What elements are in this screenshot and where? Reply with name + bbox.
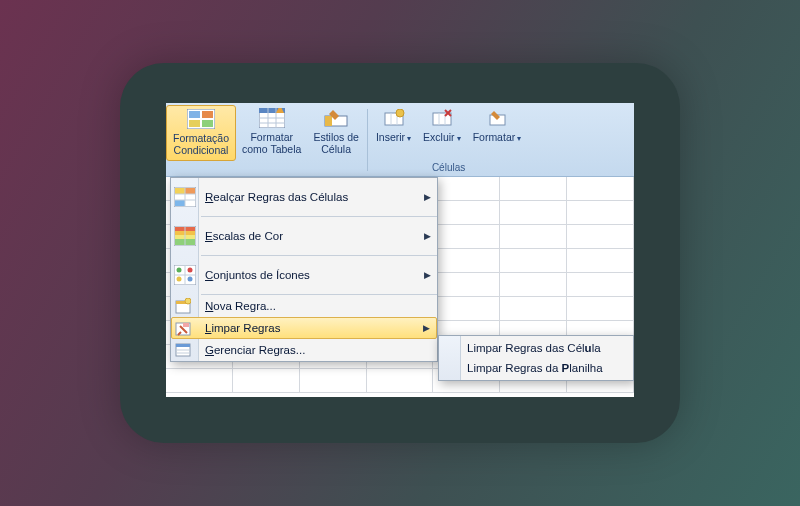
insert-icon: [379, 107, 409, 129]
conditional-formatting-menu: Realçar Regras das Células ▶ Escalas de …: [170, 177, 438, 362]
svg-point-37: [177, 268, 182, 273]
insert-button[interactable]: Inserir▾: [370, 105, 417, 161]
highlight-cells-label: ealçar Regras das Células: [213, 191, 348, 203]
manage-rules-icon: [174, 341, 192, 359]
svg-rect-1: [189, 111, 200, 118]
dropdown-arrow-icon: ▾: [517, 134, 521, 143]
highlight-cells-rules-item[interactable]: Realçar Regras das Células ▶: [171, 178, 437, 216]
submenu-arrow-icon: ▶: [424, 231, 431, 241]
ribbon-separator: [367, 109, 368, 171]
format-as-table-label: Formatar como Tabela: [242, 131, 301, 155]
clear-rules-item[interactable]: Limpar Regras ▶: [171, 317, 437, 339]
device-frame: Formatação Condicional Formatar como Tab…: [120, 63, 680, 443]
dropdown-arrow-icon: ▾: [407, 134, 411, 143]
svg-point-38: [177, 277, 182, 282]
conditional-formatting-icon: [186, 108, 216, 130]
svg-rect-12: [325, 116, 332, 126]
format-button[interactable]: Formatar▾: [467, 105, 528, 161]
svg-point-45: [185, 298, 191, 304]
dropdown-arrow-icon: ▾: [457, 134, 461, 143]
svg-rect-47: [183, 323, 189, 327]
clear-rules-selected-cells-item[interactable]: Limpar Regras das Célula: [439, 338, 633, 358]
submenu-arrow-icon: ▶: [424, 270, 431, 280]
manage-rules-label: erenciar Regras...: [214, 344, 305, 356]
color-scales-icon: [174, 225, 196, 247]
cell-styles-button[interactable]: Estilos de Célula: [307, 105, 365, 161]
new-rule-icon: [174, 297, 192, 315]
submenu-arrow-icon: ▶: [423, 323, 430, 333]
svg-rect-24: [175, 188, 185, 194]
clear-rules-submenu: Limpar Regras das Célula Limpar Regras d…: [438, 335, 634, 381]
svg-rect-25: [185, 188, 195, 194]
svg-rect-3: [189, 120, 200, 127]
icon-sets-label: onjuntos de Ícones: [213, 269, 310, 281]
manage-rules-item[interactable]: Gerenciar Regras...: [171, 339, 437, 361]
svg-rect-17: [433, 113, 451, 125]
delete-button[interactable]: Excluir▾: [417, 105, 467, 161]
icon-sets-item[interactable]: Conjuntos de Ícones ▶: [171, 256, 437, 294]
svg-rect-4: [202, 120, 213, 127]
svg-point-39: [188, 268, 193, 273]
submenu-arrow-icon: ▶: [424, 192, 431, 202]
format-label: Formatar: [473, 131, 516, 143]
icon-sets-icon: [174, 264, 196, 286]
conditional-formatting-label: Formatação Condicional: [173, 132, 229, 156]
ribbon: Formatação Condicional Formatar como Tab…: [166, 103, 634, 177]
svg-point-16: [396, 109, 404, 117]
delete-icon: [427, 107, 457, 129]
conditional-formatting-button[interactable]: Formatação Condicional: [166, 105, 236, 161]
format-as-table-button[interactable]: Formatar como Tabela: [236, 105, 307, 161]
color-scales-item[interactable]: Escalas de Cor ▶: [171, 217, 437, 255]
clear-rules-icon: [174, 319, 192, 337]
cells-group-label: Células: [432, 162, 465, 173]
cells-group: Inserir▾ Excluir▾ Formatar▾: [370, 105, 527, 173]
color-scales-label: scalas de Cor: [213, 230, 283, 242]
svg-rect-49: [176, 344, 190, 347]
delete-label: Excluir: [423, 131, 455, 143]
new-rule-label: ova Regra...: [213, 300, 276, 312]
highlight-cells-icon: [174, 186, 196, 208]
cell-styles-icon: [321, 107, 351, 129]
cell-styles-label: Estilos de Célula: [313, 131, 359, 155]
format-icon: [482, 107, 512, 129]
format-as-table-icon: [257, 107, 287, 129]
svg-rect-2: [202, 111, 213, 118]
insert-label: Inserir: [376, 131, 405, 143]
svg-point-40: [188, 277, 193, 282]
clear-rules-entire-sheet-item[interactable]: Limpar Regras da Planilha: [439, 358, 633, 378]
new-rule-item[interactable]: Nova Regra...: [171, 295, 437, 317]
excel-screenshot: Formatação Condicional Formatar como Tab…: [166, 103, 634, 397]
clear-rules-label: impar Regras: [211, 322, 280, 334]
svg-rect-26: [175, 200, 185, 206]
